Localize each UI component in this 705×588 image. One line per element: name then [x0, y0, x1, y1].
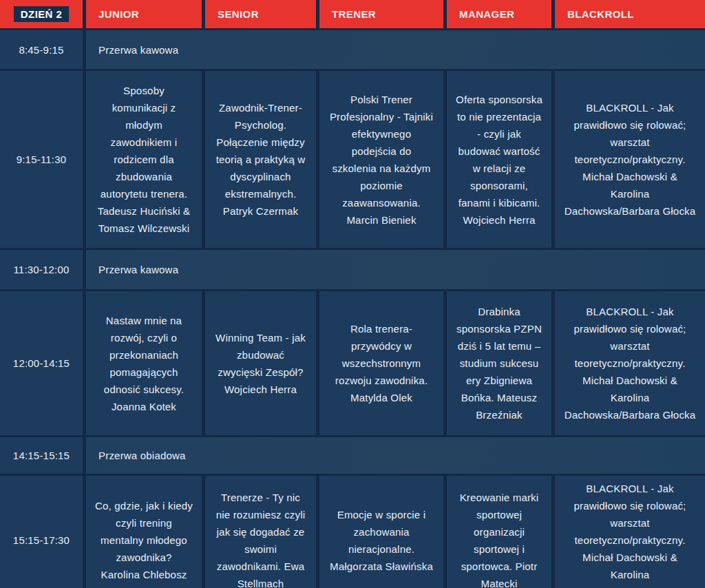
- session-cell: Polski Trener Profesjonalny - Tajniki ef…: [319, 71, 443, 248]
- time-cell: 14:15-15:15: [0, 437, 83, 474]
- time-cell: 12:00-14:15: [0, 291, 83, 435]
- column-header-manager: MANAGER: [447, 0, 551, 28]
- column-header-junior: JUNIOR: [86, 0, 202, 28]
- column-header-blackroll: BLACKROLL: [555, 0, 705, 28]
- session-cell: BLACKROLL - Jak prawidłowo się rolować; …: [555, 291, 705, 435]
- session-cell: Winning Team - jak zbudować zwycięski Ze…: [205, 291, 316, 435]
- session-cell: Co, gdzie, jak i kiedy czyli trening men…: [86, 476, 202, 588]
- session-cell: Kreowanie marki sportowej organizacji sp…: [447, 476, 551, 588]
- time-cell: 11:30-12:00: [0, 250, 83, 289]
- session-cell: Rola trenera-przywódcy w wszechstronnym …: [319, 291, 443, 435]
- session-cell: Sposoby komunikacji z młodym zawodnikiem…: [86, 71, 202, 248]
- session-cell: BLACKROLL - Jak prawidłowo się rolować; …: [555, 71, 705, 248]
- break-row-label: Przerwa obiadowa: [86, 437, 705, 474]
- session-cell: BLACKROLL - Jak prawidłowo się rolować; …: [555, 476, 705, 588]
- session-cell: Zawodnik-Trener-Psycholog. Połączenie mi…: [205, 71, 316, 248]
- schedule-table: DZIEŃ 2 JUNIOR SENIOR TRENER MANAGER BLA…: [0, 0, 705, 588]
- column-header-senior: SENIOR: [205, 0, 316, 28]
- session-cell: Drabinka sponsorska PZPN dziś i 5 lat te…: [447, 291, 551, 435]
- header-cell-day: DZIEŃ 2: [0, 0, 83, 28]
- time-cell: 9:15-11:30: [0, 71, 83, 248]
- break-row-label: Przerwa kawowa: [86, 30, 705, 69]
- session-cell: Emocje w sporcie i zachowania nieracjona…: [319, 476, 443, 588]
- session-cell: Nastaw mnie na rozwój, czyli o przekonan…: [86, 291, 202, 435]
- column-header-trener: TRENER: [319, 0, 443, 28]
- session-cell: Trenerze - Ty nic nie rozumiesz czyli ja…: [205, 476, 316, 588]
- day-tab[interactable]: DZIEŃ 2: [14, 6, 69, 22]
- break-row-label: Przerwa kawowa: [86, 250, 705, 289]
- time-cell: 8:45-9:15: [0, 30, 83, 69]
- time-cell: 15:15-17:30: [0, 476, 83, 588]
- session-cell: Oferta sponsorska to nie prezentacja - c…: [447, 71, 551, 248]
